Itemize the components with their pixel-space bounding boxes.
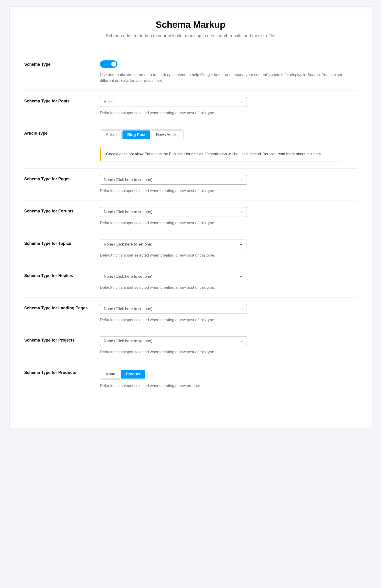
notice-text-after: . <box>321 152 322 156</box>
help-schema-posts: Default rich snippet selected when creat… <box>100 110 357 116</box>
label-schema-topics: Schema Type for Topics <box>24 241 100 246</box>
row-article-type: Article Type Article Blog Post News Arti… <box>24 123 357 168</box>
page-header: Schema Markup Schema adds metadata to yo… <box>87 20 294 39</box>
help-schema-products: Default rich snippet selected when creat… <box>100 383 357 389</box>
select-schema-projects[interactable]: None (Click here to set one) <box>100 336 247 346</box>
products-option-none[interactable]: None <box>101 370 120 378</box>
row-schema-pages: Schema Type for Pages None (Click here t… <box>24 168 357 201</box>
help-schema-type: Use automatic structured data to mark up… <box>100 72 357 84</box>
select-value: None (Click here to set one) <box>104 307 152 311</box>
select-schema-posts[interactable]: Article <box>100 97 247 107</box>
page-title: Schema Markup <box>87 20 294 30</box>
help-schema-projects: Default rich snippet selected when creat… <box>100 349 357 355</box>
help-schema-pages: Default rich snippet selected when creat… <box>100 188 357 194</box>
article-type-notice: Google does not allow Person as the Publ… <box>100 147 343 162</box>
label-schema-forums: Schema Type for Forums <box>24 209 100 214</box>
notice-link-here[interactable]: here <box>313 152 321 156</box>
chevron-down-icon <box>239 242 243 247</box>
chevron-down-icon <box>239 274 243 279</box>
chevron-down-icon <box>239 178 243 182</box>
select-value: None (Click here to set one) <box>104 210 152 214</box>
schema-type-toggle[interactable] <box>100 61 117 68</box>
label-schema-landing: Schema Type for Landing Pages <box>24 305 100 311</box>
article-type-article[interactable]: Article <box>101 130 122 139</box>
chevron-down-icon <box>239 100 243 104</box>
settings-panel: Schema Markup Schema adds metadata to yo… <box>9 6 372 428</box>
products-option-product[interactable]: Product <box>121 370 145 378</box>
label-schema-pages: Schema Type for Pages <box>24 176 100 182</box>
row-schema-replies: Schema Type for Replies None (Click here… <box>24 265 357 298</box>
page-subtitle: Schema adds metadata to your website, re… <box>87 33 294 39</box>
select-value: None (Click here to set one) <box>104 178 152 182</box>
row-schema-products: Schema Type for Products None Product De… <box>24 362 357 396</box>
label-schema-posts: Schema Type for Posts <box>24 99 100 104</box>
select-value: None (Click here to set one) <box>104 242 152 247</box>
row-schema-projects: Schema Type for Projects None (Click her… <box>24 330 357 362</box>
label-schema-replies: Schema Type for Replies <box>24 273 100 278</box>
row-schema-landing: Schema Type for Landing Pages None (Clic… <box>24 298 357 330</box>
row-schema-posts: Schema Type for Posts Article Default ri… <box>24 91 357 123</box>
label-schema-type: Schema Type <box>24 62 100 67</box>
row-schema-topics: Schema Type for Topics None (Click here … <box>24 233 357 266</box>
select-schema-forums[interactable]: None (Click here to set one) <box>100 207 247 217</box>
article-type-group: Article Blog Post News Article <box>100 129 184 140</box>
select-schema-landing[interactable]: None (Click here to set one) <box>100 304 247 314</box>
notice-text-before: Google does not allow Person as the Publ… <box>106 152 313 156</box>
select-value: None (Click here to set one) <box>104 339 152 343</box>
help-schema-topics: Default rich snippet selected when creat… <box>100 252 357 258</box>
help-schema-forums: Default rich snippet selected when creat… <box>100 220 357 226</box>
select-schema-topics[interactable]: None (Click here to set one) <box>100 240 247 249</box>
label-schema-projects: Schema Type for Projects <box>24 338 100 343</box>
row-schema-type: Schema Type Use automatic structured dat… <box>24 54 357 91</box>
label-article-type: Article Type <box>24 131 100 136</box>
toggle-knob <box>111 62 116 67</box>
article-type-news-article[interactable]: News Article <box>151 130 182 139</box>
select-schema-replies[interactable]: None (Click here to set one) <box>100 272 247 281</box>
article-type-blog-post[interactable]: Blog Post <box>122 130 150 139</box>
row-schema-forums: Schema Type for Forums None (Click here … <box>24 201 357 233</box>
select-value: Article <box>104 100 115 104</box>
chevron-down-icon <box>239 307 243 311</box>
chevron-down-icon <box>239 210 243 214</box>
products-group: None Product <box>100 369 147 380</box>
help-schema-replies: Default rich snippet selected when creat… <box>100 285 357 291</box>
chevron-down-icon <box>239 339 243 343</box>
toggle-on-indicator <box>104 63 104 65</box>
help-schema-landing: Default rich snippet selected when creat… <box>100 317 357 323</box>
select-value: None (Click here to set one) <box>104 274 152 279</box>
select-schema-pages[interactable]: None (Click here to set one) <box>100 175 247 185</box>
label-schema-products: Schema Type for Products <box>24 370 100 375</box>
